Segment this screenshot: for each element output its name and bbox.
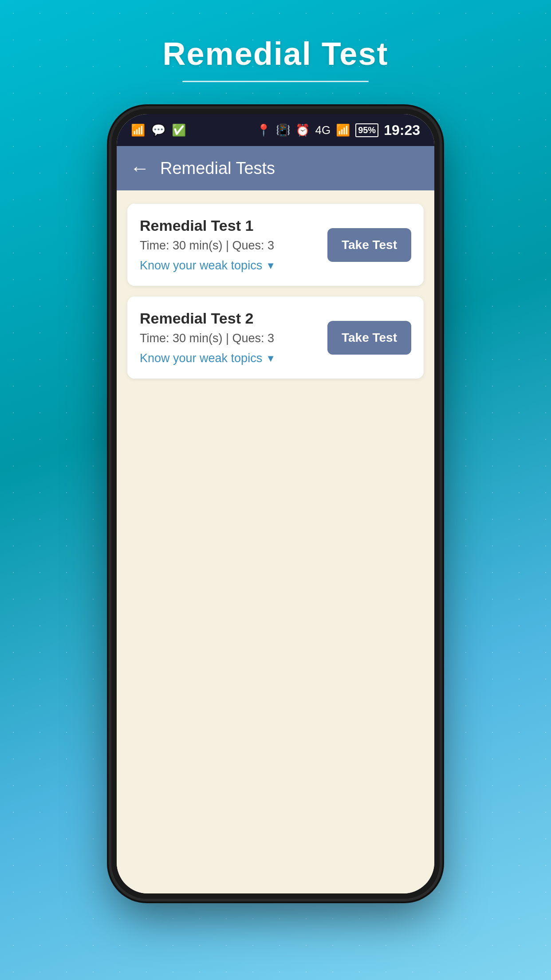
app-header: ← Remedial Tests [117, 146, 434, 190]
test-name-1: Remedial Test 1 [140, 217, 327, 234]
status-bar: 📶 💬 ✅ 📍 📳 ⏰ 4G 📶 95% 19:23 [117, 114, 434, 146]
back-button[interactable]: ← [130, 157, 150, 179]
take-test-button-2[interactable]: Take Test [327, 321, 411, 355]
time-display: 19:23 [384, 122, 420, 138]
vibrate-icon: 📳 [276, 123, 290, 137]
page-header: Remedial Test [0, 0, 551, 100]
alarm-icon: ⏰ [295, 123, 310, 137]
weak-topics-link-1[interactable]: Know your weak topics ▼ [140, 259, 327, 273]
weak-topics-label-1: Know your weak topics [140, 259, 262, 273]
weak-topics-label-2: Know your weak topics [140, 352, 262, 365]
app-header-title: Remedial Tests [160, 159, 275, 178]
dropdown-arrow-2: ▼ [266, 353, 276, 364]
test-name-2: Remedial Test 2 [140, 310, 327, 327]
phone-frame: 📶 💬 ✅ 📍 📳 ⏰ 4G 📶 95% 19:23 ← Remedial Te… [111, 109, 440, 899]
wifi-icon: 📶 [131, 123, 145, 137]
signal-icon: 📶 [336, 123, 350, 137]
dropdown-arrow-1: ▼ [266, 260, 276, 272]
test-card-1: Remedial Test 1 Time: 30 min(s) | Ques: … [127, 204, 424, 286]
test-info-2: Remedial Test 2 Time: 30 min(s) | Ques: … [140, 310, 327, 365]
content-area: Remedial Test 1 Time: 30 min(s) | Ques: … [117, 190, 434, 893]
test-meta-1: Time: 30 min(s) | Ques: 3 [140, 239, 327, 253]
phone-screen: 📶 💬 ✅ 📍 📳 ⏰ 4G 📶 95% 19:23 ← Remedial Te… [117, 114, 434, 893]
notification-icon: 💬 [151, 123, 165, 137]
network-label: 4G [315, 123, 331, 137]
status-icons-left: 📶 💬 ✅ [131, 123, 186, 137]
title-underline [182, 81, 369, 82]
weak-topics-link-2[interactable]: Know your weak topics ▼ [140, 352, 327, 365]
battery-indicator: 95% [355, 123, 378, 137]
page-title: Remedial Test [163, 36, 389, 72]
test-info-1: Remedial Test 1 Time: 30 min(s) | Ques: … [140, 217, 327, 273]
checkmark-icon: ✅ [172, 123, 186, 137]
status-icons-right: 📍 📳 ⏰ 4G 📶 95% 19:23 [256, 122, 420, 138]
take-test-button-1[interactable]: Take Test [327, 228, 411, 262]
test-meta-2: Time: 30 min(s) | Ques: 3 [140, 332, 327, 345]
location-icon: 📍 [256, 123, 271, 137]
test-card-2: Remedial Test 2 Time: 30 min(s) | Ques: … [127, 296, 424, 379]
